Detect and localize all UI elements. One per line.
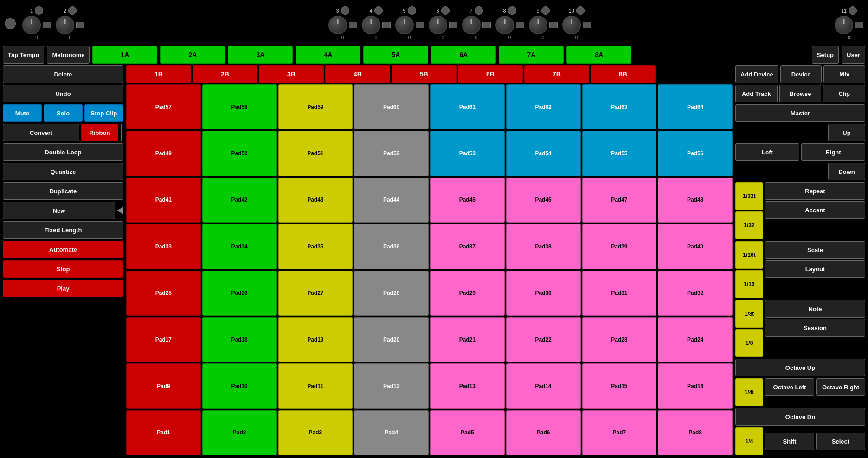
duplicate-button[interactable]: Duplicate: [3, 182, 123, 200]
pad-pad64[interactable]: Pad64: [658, 84, 733, 129]
convert-button[interactable]: Convert: [3, 124, 79, 141]
pad-pad62[interactable]: Pad62: [506, 84, 581, 129]
device-button[interactable]: Device: [780, 65, 822, 83]
pad-pad63[interactable]: Pad63: [582, 84, 657, 129]
knob-5-btn[interactable]: [416, 22, 424, 28]
pad-pad16[interactable]: Pad16: [658, 363, 733, 408]
pad-pad13[interactable]: Pad13: [430, 363, 505, 408]
pad-pad49[interactable]: Pad49: [126, 131, 201, 176]
pad-pad5[interactable]: Pad5: [430, 410, 505, 455]
clip-button[interactable]: Clip: [823, 85, 865, 102]
knob-9-btn[interactable]: [549, 22, 558, 28]
pad-pad55[interactable]: Pad55: [582, 131, 657, 176]
pad-pad7[interactable]: Pad7: [582, 410, 657, 455]
note-button[interactable]: Note: [765, 300, 865, 318]
pad-pad37[interactable]: Pad37: [430, 224, 505, 269]
pad-pad50[interactable]: Pad50: [202, 131, 277, 176]
knob-8-btn[interactable]: [516, 22, 524, 28]
pad-pad17[interactable]: Pad17: [126, 317, 201, 362]
knob-1-btn[interactable]: [43, 22, 51, 28]
scene-2a-button[interactable]: 2A: [160, 46, 225, 64]
scene-4a-button[interactable]: 4A: [296, 46, 360, 64]
new-button[interactable]: New: [3, 202, 115, 219]
clip-1b-button[interactable]: 1B: [126, 65, 191, 83]
fixed-length-button[interactable]: Fixed Length: [3, 221, 123, 239]
knob-11[interactable]: [835, 16, 853, 34]
pad-pad23[interactable]: Pad23: [582, 317, 657, 362]
pad-pad20[interactable]: Pad20: [354, 317, 429, 362]
knob-6[interactable]: [429, 16, 447, 34]
double-loop-button[interactable]: Double Loop: [3, 143, 123, 161]
pad-pad32[interactable]: Pad32: [658, 271, 733, 316]
pad-pad36[interactable]: Pad36: [354, 224, 429, 269]
pad-pad53[interactable]: Pad53: [430, 131, 505, 176]
right-button[interactable]: Right: [801, 143, 865, 161]
pad-pad14[interactable]: Pad14: [506, 363, 581, 408]
master-button[interactable]: Master: [735, 104, 865, 122]
pad-pad52[interactable]: Pad52: [354, 131, 429, 176]
add-device-button[interactable]: Add Device: [735, 65, 778, 83]
knob-8[interactable]: [495, 16, 514, 34]
knob-3-btn[interactable]: [349, 22, 357, 28]
pad-pad27[interactable]: Pad27: [278, 271, 353, 316]
knob-10-btn[interactable]: [583, 22, 591, 28]
octave-right-button[interactable]: Octave Right: [816, 378, 865, 396]
stop-clip-button[interactable]: Stop Clip: [84, 104, 123, 122]
knob-6-btn[interactable]: [449, 22, 457, 28]
pad-pad29[interactable]: Pad29: [430, 271, 505, 316]
pad-pad61[interactable]: Pad61: [430, 84, 505, 129]
pad-pad39[interactable]: Pad39: [582, 224, 657, 269]
note-val-1_4t[interactable]: 1/4t: [735, 378, 763, 406]
layout-button[interactable]: Layout: [765, 260, 865, 278]
session-button[interactable]: Session: [765, 319, 865, 337]
scene-7a-button[interactable]: 7A: [499, 46, 564, 64]
pad-pad11[interactable]: Pad11: [278, 363, 353, 408]
knob-7-btn[interactable]: [482, 22, 491, 28]
knob-2[interactable]: [56, 16, 74, 34]
mix-button[interactable]: Mix: [823, 65, 865, 83]
knob-7[interactable]: [462, 16, 481, 34]
knob-9[interactable]: [529, 16, 547, 34]
pad-pad1[interactable]: Pad1: [126, 410, 201, 455]
knob-4[interactable]: [362, 16, 380, 34]
pad-pad40[interactable]: Pad40: [658, 224, 733, 269]
pad-pad26[interactable]: Pad26: [202, 271, 277, 316]
knob-5[interactable]: [395, 16, 414, 34]
knob-1[interactable]: [22, 16, 41, 34]
pad-pad41[interactable]: Pad41: [126, 178, 201, 223]
pad-pad60[interactable]: Pad60: [354, 84, 429, 129]
left-button[interactable]: Left: [735, 143, 799, 161]
pad-pad15[interactable]: Pad15: [582, 363, 657, 408]
pad-pad8[interactable]: Pad8: [658, 410, 733, 455]
setup-button[interactable]: Setup: [812, 46, 839, 64]
scale-button[interactable]: Scale: [765, 241, 865, 259]
octave-up-button[interactable]: Octave Up: [735, 359, 865, 376]
accent-button[interactable]: Accent: [765, 201, 865, 219]
pad-pad59[interactable]: Pad59: [278, 84, 353, 129]
pad-pad46[interactable]: Pad46: [506, 178, 581, 223]
note-val-1_8t[interactable]: 1/8t: [735, 300, 763, 328]
pad-pad9[interactable]: Pad9: [126, 363, 201, 408]
pad-pad3[interactable]: Pad3: [278, 410, 353, 455]
pad-pad43[interactable]: Pad43: [278, 178, 353, 223]
octave-left-button[interactable]: Octave Left: [765, 378, 814, 396]
tap-tempo-button[interactable]: Tap Tempo: [3, 46, 44, 64]
pad-pad42[interactable]: Pad42: [202, 178, 277, 223]
clip-4b-button[interactable]: 4B: [325, 65, 390, 83]
pad-pad19[interactable]: Pad19: [278, 317, 353, 362]
knob-3[interactable]: [328, 16, 347, 34]
scene-5a-button[interactable]: 5A: [363, 46, 428, 64]
quantize-button[interactable]: Quantize: [3, 163, 123, 180]
scene-6a-button[interactable]: 6A: [431, 46, 496, 64]
pad-pad6[interactable]: Pad6: [506, 410, 581, 455]
pad-pad38[interactable]: Pad38: [506, 224, 581, 269]
note-val-1_4[interactable]: 1/4: [735, 427, 763, 455]
pad-pad22[interactable]: Pad22: [506, 317, 581, 362]
pad-pad33[interactable]: Pad33: [126, 224, 201, 269]
metronome-button[interactable]: Metronome: [47, 46, 90, 64]
repeat-button[interactable]: Repeat: [765, 182, 865, 200]
note-val-1_8[interactable]: 1/8: [735, 329, 763, 357]
play-button[interactable]: Play: [3, 280, 123, 297]
clip-7b-button[interactable]: 7B: [524, 65, 589, 83]
pad-pad56[interactable]: Pad56: [658, 131, 733, 176]
